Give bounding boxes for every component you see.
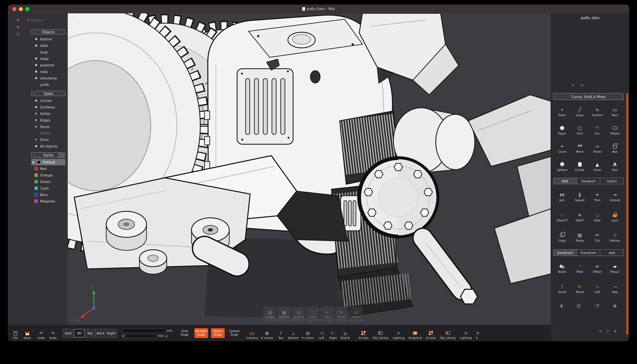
minimize-button[interactable]: [19, 7, 23, 11]
pin-icon[interactable]: ◎: [580, 83, 584, 87]
tool-boolean[interactable]: Booln: [553, 258, 571, 278]
collapse-icon[interactable]: −: [33, 30, 36, 34]
objects-section-header[interactable]: − Objects: [31, 29, 66, 34]
tool-cylinder[interactable]: Cylndr: [571, 157, 588, 176]
tool-fillet[interactable]: ◝Fillet: [571, 258, 588, 278]
style-row[interactable]: Orange: [31, 172, 66, 178]
view-split-button[interactable]: Split: [63, 329, 74, 337]
tool-point[interactable]: •Point: [553, 102, 571, 121]
viewport-3d[interactable]: Y X 3D ▤Image ▦Hideline ◎Optimise ◌Zoom …: [68, 13, 551, 325]
align-top-button[interactable]: ⊤Top: [276, 326, 285, 340]
scripts-button-2[interactable]: Scripts: [426, 326, 436, 340]
align-left-button[interactable]: ⊣Left: [317, 326, 326, 340]
tool-extrude[interactable]: ⇧Extrd: [553, 278, 571, 298]
triangle-toggle-icon[interactable]: ▽: [606, 329, 609, 334]
tool-offset[interactable]: ≈Offset: [588, 258, 606, 278]
camera-button[interactable]: Camera: [246, 326, 258, 340]
clipped-tool-icon[interactable]: ◖: [560, 302, 563, 309]
view-back-button[interactable]: Back: [95, 329, 106, 337]
overlay-optimise-button[interactable]: ◎Optimise: [292, 307, 305, 322]
star-toggle-icon[interactable]: ★: [614, 329, 617, 334]
tool-cone[interactable]: ▲Cone: [588, 157, 606, 176]
style-row[interactable]: Red: [31, 166, 66, 172]
tool-copy[interactable]: Copy: [553, 227, 571, 247]
collapse-icon[interactable]: −: [33, 92, 36, 95]
expand-button[interactable]: ▣ Expand: [27, 18, 44, 22]
tool-more[interactable]: FXMore: [571, 139, 588, 157]
tool-sweep[interactable]: ↝Swp: [606, 278, 624, 298]
tool-show-points[interactable]: ∴Show P: [553, 207, 571, 227]
redo-button[interactable]: ↷Redo: [48, 326, 57, 340]
file-button[interactable]: File: [11, 326, 20, 340]
tool-join[interactable]: ⋈Join: [553, 186, 571, 207]
type-row[interactable]: ◐Faces: [31, 124, 66, 130]
tool-cut[interactable]: ✂Cut: [588, 227, 606, 247]
undo-button[interactable]: ↶Undo: [37, 326, 46, 340]
browser-list-icon[interactable]: ≡: [16, 25, 20, 29]
scripts-button[interactable]: Scripts: [358, 326, 369, 340]
overlay-zoom-button[interactable]: ◌Zoom: [306, 307, 320, 322]
sliders-icon[interactable]: ≡: [572, 83, 574, 87]
style-row[interactable]: Magenta: [31, 198, 66, 204]
tab-construct[interactable]: Construct: [553, 250, 577, 256]
h-center-button[interactable]: ⊞H center: [261, 326, 274, 340]
distance-input[interactable]: [122, 328, 165, 333]
object-row[interactable]: ●diski: [31, 42, 66, 49]
tool-arc[interactable]: ◠Arc: [588, 121, 606, 139]
pane-scrollbar[interactable]: [626, 93, 628, 335]
clipped-button[interactable]: ☼S: [476, 326, 484, 340]
model-canvas[interactable]: Y X: [68, 13, 551, 325]
history-clock-icon[interactable]: ◷: [16, 32, 20, 36]
tab-transform[interactable]: Transform: [576, 250, 600, 256]
tab-select[interactable]: Select: [600, 178, 624, 184]
tool-plane[interactable]: ▱Plane: [588, 139, 606, 157]
palette-header[interactable]: Curve, Solid & More: [553, 93, 624, 100]
lighting-button[interactable]: ☼Lighting: [392, 326, 404, 340]
type-row[interactable]: ◐Solids: [31, 110, 66, 117]
grid-snap-toggle[interactable]: Grid Snap: [178, 330, 191, 337]
cplane-snap-toggle[interactable]: Cplane Snap: [228, 330, 241, 337]
object-row[interactable]: ●shecterny: [31, 75, 66, 82]
obj-library-button[interactable]: Obj Library: [372, 326, 389, 340]
tab-edit[interactable]: Edit: [553, 178, 577, 184]
tool-lines[interactable]: ╱Lines: [571, 102, 588, 121]
object-row[interactable]: ychik: [31, 82, 66, 88]
straight-snap-toggle[interactable]: Straight Snap: [194, 328, 208, 338]
clipped-tool-icon[interactable]: ◍: [576, 302, 581, 309]
distribute-button[interactable]: |||Distrib: [340, 326, 350, 340]
styles-arrow-button[interactable]: →: [58, 153, 64, 157]
tool-loft[interactable]: ∿Loft: [588, 278, 606, 298]
angle-input[interactable]: [126, 334, 157, 338]
style-row[interactable]: ◐Default: [31, 159, 66, 166]
browser-menu-icon[interactable]: ≡: [16, 18, 20, 22]
tool-polygon[interactable]: Plgon: [553, 121, 571, 139]
zoom-button[interactable]: [26, 7, 29, 11]
clipped-tool-icon[interactable]: ◔: [595, 302, 599, 309]
overlay-reset-button[interactable]: ↺Reset: [349, 307, 362, 322]
tool-cline[interactable]: ╍CLine: [553, 139, 571, 157]
titlebar[interactable]: робо.3dm - MoI: [8, 4, 629, 13]
tool-add-points[interactable]: +Add P: [571, 207, 588, 227]
tool-circle[interactable]: ○Circl: [571, 121, 588, 139]
overlay-hideline-button[interactable]: ▦Hideline: [278, 307, 291, 322]
tool-separate[interactable]: ∦Separt: [571, 186, 588, 207]
object-row[interactable]: ●bobina: [31, 36, 66, 42]
collapse-icon[interactable]: −: [33, 153, 36, 157]
type-row[interactable]: ●All objects: [31, 143, 66, 150]
type-row[interactable]: Points: [31, 130, 66, 136]
pane-resize-handle[interactable]: ⋯: [588, 65, 592, 69]
overlay-pan-button[interactable]: +Pan: [320, 307, 334, 322]
lighting-button-2[interactable]: ☼Lighting: [460, 326, 472, 340]
align-right-button[interactable]: ⊢Right: [329, 326, 338, 340]
tool-extend[interactable]: →Extend: [606, 186, 624, 207]
tool-planar[interactable]: ▰Planar: [606, 258, 624, 278]
types-section-header[interactable]: − Types: [31, 91, 66, 96]
type-row[interactable]: ⊕Dims: [31, 136, 66, 143]
object-snap-toggle[interactable]: Object Snap: [211, 328, 224, 338]
style-row[interactable]: Blue: [31, 192, 66, 198]
close-button[interactable]: [12, 7, 16, 11]
type-row[interactable]: ●Surfaces: [31, 104, 66, 110]
save-button[interactable]: Save: [23, 326, 32, 340]
tool-lock[interactable]: Lock: [606, 207, 624, 227]
object-row[interactable]: dugi: [31, 49, 66, 55]
